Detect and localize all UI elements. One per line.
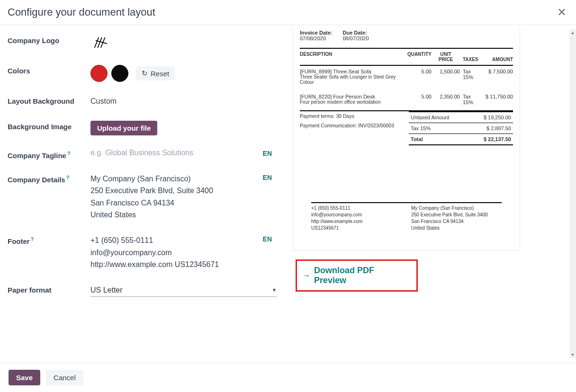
preview-footer-col2: My Company (San Francisco) 250 Executive…: [411, 205, 502, 232]
close-icon[interactable]: ✕: [555, 6, 568, 19]
modal-header: Configure your document layout ✕: [0, 0, 576, 25]
language-badge[interactable]: EN: [263, 174, 272, 181]
untaxed-value: $ 19,250.00: [484, 115, 511, 120]
label-paper-format: Paper format: [8, 284, 90, 294]
payment-communication: Payment Communication: INV/2023/00003: [300, 119, 399, 128]
label-background-image: Background Image: [8, 121, 90, 131]
line-qty: 5.00: [404, 94, 432, 105]
company-logo-thumbnail[interactable]: [90, 35, 113, 52]
scrollbar[interactable]: [569, 29, 576, 358]
help-icon[interactable]: ?: [67, 151, 71, 156]
company-details-input[interactable]: My Company (San Francisco) 250 Executive…: [90, 173, 277, 221]
label-company-logo: Company Logo: [8, 35, 90, 45]
reset-label: Reset: [151, 70, 169, 78]
preview-footer-col1: +1 (650) 555-0111 info@yourcompany.com h…: [311, 205, 402, 232]
paper-format-value: US Letter: [90, 286, 123, 294]
label-footer: Footer?: [8, 234, 90, 245]
form-panel: Company Logo Colors ↻ Reset: [0, 25, 284, 353]
total-value: $ 22,137.50: [484, 136, 511, 142]
primary-color-swatch[interactable]: [90, 65, 108, 82]
line-amount: $ 11,750.00: [479, 94, 513, 105]
col-header-unit-price: UNIT PRICE: [432, 52, 460, 62]
line-amount: $ 7,500.00: [479, 69, 513, 85]
scroll-down-icon[interactable]: ▼: [569, 351, 576, 358]
language-badge[interactable]: EN: [263, 150, 272, 157]
invoice-date-value: 07/08/2020: [300, 36, 332, 41]
tagline-input[interactable]: e.g. Global Business Solutions: [90, 149, 193, 157]
col-header-taxes: TAXES: [460, 57, 479, 62]
tax-value: $ 2,887.50: [486, 125, 511, 131]
footer-input[interactable]: +1 (650) 555-0111 info@yourcompany.com h…: [90, 234, 277, 271]
line-name: [FURN_8999] Three-Seat Sofa: [300, 69, 404, 74]
modal-title: Configure your document layout: [8, 6, 155, 18]
line-qty: 5.00: [404, 69, 432, 85]
upload-file-button[interactable]: Upload your file: [90, 121, 157, 135]
payment-terms: Payment terms: 30 Days: [300, 111, 399, 119]
col-header-quantity: QUANTITY: [404, 52, 432, 62]
label-colors: Colors: [8, 65, 90, 75]
download-pdf-preview-link[interactable]: → Download PDF Preview: [296, 259, 418, 292]
col-header-description: DESCRIPTION: [300, 52, 404, 62]
invoice-date-label: Invoice Date:: [300, 30, 332, 36]
line-tax: Tax 15%: [460, 94, 479, 105]
line-desc: Four person modern office workstation: [300, 99, 404, 105]
tax-label: Tax 15%: [411, 125, 431, 131]
paper-format-select[interactable]: US Letter ▼: [90, 284, 277, 297]
language-badge[interactable]: EN: [263, 235, 272, 243]
invoice-line: [FURN_8220] Four Person Desk Four person…: [300, 88, 513, 108]
reset-colors-button[interactable]: ↻ Reset: [136, 66, 175, 80]
reset-icon: ↻: [142, 69, 148, 78]
total-label: Total: [411, 136, 423, 142]
help-icon[interactable]: ?: [31, 236, 34, 242]
invoice-line: [FURN_8999] Three-Seat Sofa Three Seater…: [300, 66, 513, 88]
download-pdf-preview-label: Download PDF Preview: [314, 266, 406, 285]
scroll-up-icon[interactable]: ▲: [569, 29, 576, 36]
preview-panel: Invoice Date: 07/08/2020 Due Date: 08/07…: [284, 25, 576, 353]
line-desc: Three Seater Sofa with Lounger in Steel …: [300, 74, 404, 85]
line-tax: Tax 15%: [460, 69, 479, 85]
save-button[interactable]: Save: [9, 370, 40, 385]
label-layout-background: Layout Background: [8, 95, 90, 105]
invoice-preview: Invoice Date: 07/08/2020 Due Date: 08/07…: [293, 28, 520, 251]
label-company-details: Company Details?: [8, 173, 90, 184]
col-header-amount: AMOUNT: [479, 57, 513, 62]
untaxed-label: Untaxed Amount: [411, 115, 449, 120]
chevron-down-icon: ▼: [272, 287, 277, 293]
help-icon[interactable]: ?: [66, 175, 70, 180]
line-price: 2,350.00: [432, 94, 460, 105]
modal-footer: Save Cancel: [0, 363, 576, 392]
due-date-label: Due Date:: [342, 30, 369, 36]
label-company-tagline: Company Tagline?: [8, 149, 90, 160]
modal-body: Company Logo Colors ↻ Reset: [0, 25, 576, 353]
line-price: 1,500.00: [432, 69, 460, 85]
layout-background-value[interactable]: Custom: [90, 95, 277, 107]
secondary-color-swatch[interactable]: [111, 65, 128, 82]
cancel-button[interactable]: Cancel: [46, 370, 83, 385]
line-name: [FURN_8220] Four Person Desk: [300, 94, 404, 99]
due-date-value: 08/07/2020: [342, 36, 369, 41]
arrow-right-icon: →: [302, 271, 310, 281]
